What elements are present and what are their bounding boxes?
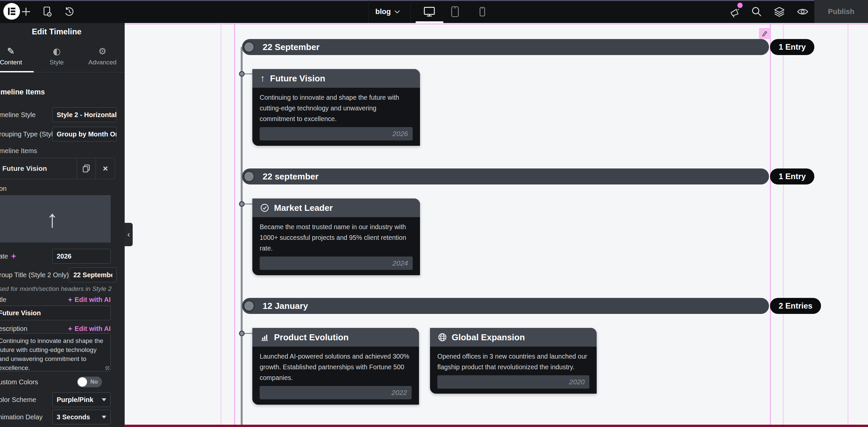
edit-with-ai-description[interactable]: Edit with AI (68, 325, 111, 333)
device-mobile-button[interactable] (475, 4, 490, 19)
timeline-card-global-expansion[interactable]: Global Expansion Opened offices in 3 new… (430, 328, 597, 394)
add-element-button[interactable] (19, 5, 33, 18)
timeline-group-header[interactable]: 22 September (242, 39, 769, 55)
elementor-logo[interactable] (3, 3, 20, 20)
bar-chart-icon (260, 333, 269, 342)
card-description: Became the most trusted name in our indu… (260, 222, 413, 254)
custom-colors-toggle[interactable]: No (77, 377, 102, 387)
tablet-icon (448, 5, 462, 18)
icon-preview[interactable]: ↑ (0, 195, 111, 243)
connector-dot (239, 201, 245, 207)
tab-style[interactable]: ◐ Style (34, 40, 79, 72)
toggle-state-label: No (90, 379, 98, 385)
pencil-icon: ✎ (7, 47, 15, 56)
group-title: 22 september (263, 171, 319, 182)
finder-search-button[interactable] (750, 5, 763, 18)
history-button[interactable] (63, 5, 76, 18)
card-date: 2026 (392, 130, 408, 138)
card-date: 2024 (392, 259, 408, 267)
card-date: 2022 (391, 389, 407, 397)
device-tablet-button[interactable] (448, 4, 462, 19)
guide-line (221, 24, 221, 425)
editor-canvas[interactable]: 22 September 1 Entry 22 september 1 Entr… (125, 23, 868, 427)
color-scheme-label: Color Scheme (0, 396, 36, 404)
mobile-icon (476, 5, 489, 18)
timeline-group-header[interactable]: 12 January (242, 298, 769, 314)
panel-tabs: ✎ Content ◐ Style ⚙ Advanced (0, 40, 125, 73)
edit-panel: Edit Timeline ✎ Content ◐ Style ⚙ Advanc… (0, 23, 125, 427)
toggle-knob (78, 377, 87, 387)
repeater-item[interactable]: Future Vision × (0, 158, 115, 179)
group-title: 12 January (263, 301, 308, 311)
timeline-items-row: Timeline Items (0, 147, 117, 155)
repeater-item-title[interactable]: Future Vision (0, 158, 77, 179)
timeline-style-select[interactable]: Style 2 - Horizontal C (52, 107, 117, 122)
card-date-bar: 2024 (260, 257, 413, 270)
page-settings-button[interactable] (41, 5, 54, 18)
custom-colors-row: Custom Colors No (0, 377, 117, 387)
animation-delay-value: 3 Seconds (57, 413, 90, 421)
edit-with-ai-title[interactable]: Edit with AI (68, 296, 111, 304)
icon-field-label: Icon (0, 185, 7, 193)
history-icon (63, 6, 75, 18)
card-title: Future Vision (270, 74, 326, 84)
ai-sparkle-icon[interactable] (11, 253, 17, 259)
close-icon: × (103, 164, 108, 174)
color-scheme-select[interactable]: Purple/Pink (52, 392, 111, 407)
duplicate-item-button[interactable] (77, 158, 96, 179)
date-input[interactable] (52, 249, 111, 263)
gear-icon: ⚙ (98, 47, 106, 56)
card-date-bar: 2022 (260, 386, 412, 399)
panel-collapse-button[interactable]: ‹ (125, 223, 133, 246)
card-title: Global Expansion (452, 332, 525, 343)
group-title-input[interactable] (69, 267, 117, 282)
document-switcher[interactable]: blog (371, 0, 404, 23)
textarea-resize-handle[interactable] (105, 366, 109, 370)
title-row: Title Edit with AI (0, 295, 117, 304)
date-label: Date (0, 253, 8, 260)
title-input[interactable] (0, 306, 111, 320)
elementor-editor: blog (0, 0, 868, 427)
color-scheme-row: Color Scheme Purple/Pink (0, 392, 117, 407)
structure-button[interactable] (773, 5, 786, 18)
device-desktop-button[interactable] (422, 4, 437, 19)
top-bar: blog (0, 0, 868, 23)
caret-down-icon (102, 416, 106, 419)
timeline-items-label: Timeline Items (0, 147, 37, 155)
date-row: Date (0, 249, 117, 263)
preview-button[interactable] (796, 5, 809, 18)
timeline-card-market-leader[interactable]: Market Leader Became the most trusted na… (252, 198, 420, 275)
animation-delay-row: Animation Delay 3 Seconds (0, 410, 117, 424)
group-title: 22 September (263, 42, 320, 52)
chevron-down-icon (395, 8, 400, 13)
description-textarea[interactable]: Continuing to innovate and shape the fut… (0, 333, 111, 371)
guide-line (783, 24, 784, 425)
timeline-group-header[interactable]: 22 september (242, 168, 769, 184)
document-name: blog (375, 7, 391, 16)
custom-colors-label: Custom Colors (0, 378, 38, 386)
pencil-icon (762, 31, 768, 37)
check-circle-icon (260, 203, 269, 212)
section-heading: Timeline Items (0, 88, 45, 96)
contrast-icon: ◐ (53, 47, 61, 56)
card-title: Market Leader (274, 203, 333, 213)
caret-down-icon (102, 398, 106, 401)
animation-delay-select[interactable]: 3 Seconds (52, 410, 111, 424)
layers-icon (773, 5, 786, 18)
timeline-line (241, 47, 243, 425)
ai-sparkle-icon (68, 297, 73, 302)
globe-icon (438, 333, 447, 342)
tab-advanced[interactable]: ⚙ Advanced (80, 40, 125, 72)
guide-line (848, 24, 848, 425)
publish-button[interactable]: Publish (814, 0, 868, 23)
tab-content[interactable]: ✎ Content (0, 40, 34, 72)
widget-edit-handle[interactable] (759, 28, 770, 39)
card-header: Product Evolution (252, 328, 419, 347)
card-body: Became the most trusted name in our indu… (252, 217, 420, 274)
timeline-card-future-vision[interactable]: ↑ Future Vision Continuing to innovate a… (252, 69, 420, 146)
timeline-card-product-evolution[interactable]: Product Evolution Launched AI-powered so… (252, 328, 419, 405)
card-body: Opened offices in 3 new countries and la… (430, 347, 597, 393)
remove-item-button[interactable]: × (96, 158, 115, 179)
arrow-up-icon: ↑ (260, 74, 265, 83)
grouping-type-select[interactable]: Group by Month Onl (52, 127, 117, 141)
